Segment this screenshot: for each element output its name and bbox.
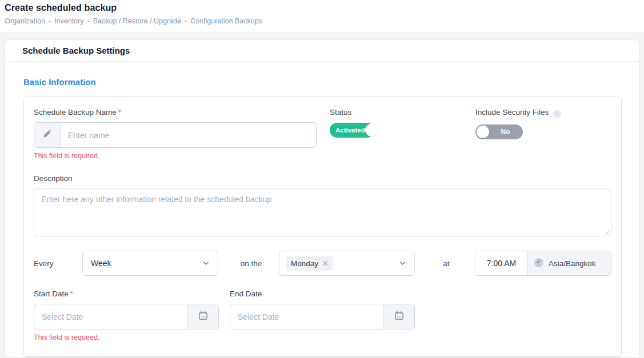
day-chip-value: Monday (291, 259, 318, 268)
description-textarea-wrap (34, 188, 611, 239)
card-body: Basic Information Schedule Backup Name* (5, 77, 639, 357)
card-header: Schedule Backup Settings (5, 40, 639, 62)
breadcrumb-separator: - (49, 17, 51, 25)
schedule-backup-name-field-group: Schedule Backup Name* (34, 108, 317, 160)
schedule-backup-name-input-group (34, 122, 317, 148)
schedule-backup-name-input[interactable] (61, 123, 316, 147)
toggle-knob (477, 126, 489, 138)
at-label: at (442, 259, 451, 268)
description-textarea[interactable] (34, 188, 611, 236)
schedule-row: Every Week on the Monday ✕ (34, 251, 611, 276)
security-toggle-label: No (489, 128, 522, 136)
breadcrumb-item-backup-restore-upgrade[interactable]: Backup / Restore / Upgrade (93, 17, 181, 25)
include-security-files-field-group: Include Security Files! No (475, 108, 611, 160)
name-input-addon (34, 123, 61, 147)
start-date-error-message: This field is required. (34, 333, 219, 341)
end-date-input-group (230, 304, 415, 329)
section-title-basic-information: Basic Information (23, 77, 622, 87)
include-security-files-label: Include Security Files! (475, 108, 611, 118)
include-security-files-toggle[interactable]: No (475, 124, 523, 139)
name-error-message: This field is required. (34, 152, 317, 160)
end-date-calendar-button[interactable] (383, 304, 414, 329)
description-field-group: Description (34, 175, 611, 239)
end-date-input[interactable] (230, 304, 383, 329)
frequency-value: Week (91, 259, 111, 268)
breadcrumb: Organization - Inventory - Backup / Rest… (5, 17, 639, 25)
page-header: Create scheduled backup Organization - I… (0, 0, 644, 32)
start-date-label: Start Date* (34, 290, 219, 298)
timezone-label: Asia/Bangkok (549, 259, 596, 268)
schedule-backup-name-label: Schedule Backup Name* (34, 108, 317, 116)
clock-icon (534, 258, 544, 269)
frequency-select[interactable]: Week (82, 251, 218, 276)
info-icon[interactable]: ! (553, 110, 561, 118)
breadcrumb-item-inventory[interactable]: Inventory (54, 17, 83, 25)
required-asterisk: * (70, 289, 73, 298)
every-label: Every (34, 259, 57, 268)
start-date-input[interactable] (34, 304, 187, 329)
end-date-label: End Date (230, 290, 415, 298)
time-input-group: Asia/Bangkok (475, 251, 611, 276)
pencil-icon (42, 129, 52, 141)
status-toggle-label: Activated (335, 127, 365, 134)
page-title: Create scheduled backup (5, 3, 639, 13)
status-label: Status (330, 108, 475, 116)
breadcrumb-item-organization[interactable]: Organization (5, 17, 45, 25)
chevron-down-icon (202, 260, 210, 267)
required-asterisk: * (118, 108, 121, 116)
end-date-field-group: End Date (230, 290, 415, 341)
breadcrumb-item-configuration-backups[interactable]: Configuration Backups (190, 17, 262, 25)
on-the-label: on the (238, 259, 264, 268)
row-name-status-security: Schedule Backup Name* (34, 108, 611, 160)
dates-row: Start Date* (34, 290, 611, 341)
toggle-knob (365, 124, 378, 136)
day-chip: Monday ✕ (286, 256, 333, 271)
basic-information-box: Schedule Backup Name* (23, 96, 622, 357)
chevron-down-icon (399, 260, 406, 267)
close-icon[interactable]: ✕ (322, 260, 329, 267)
start-date-calendar-button[interactable] (187, 304, 218, 329)
time-input[interactable] (475, 251, 528, 275)
start-date-input-group (34, 304, 219, 329)
schedule-backup-settings-card: Schedule Backup Settings Basic Informati… (5, 39, 639, 357)
calendar-icon (198, 310, 209, 323)
breadcrumb-separator: - (185, 17, 187, 25)
calendar-icon (394, 310, 405, 323)
status-field-group: Status Activated (330, 108, 475, 160)
description-label: Description (34, 175, 611, 183)
breadcrumb-separator: - (87, 17, 89, 25)
resize-handle[interactable] (605, 231, 610, 236)
timezone-addon: Asia/Bangkok (528, 251, 611, 275)
day-select[interactable]: Monday ✕ (279, 251, 415, 276)
start-date-field-group: Start Date* (34, 290, 219, 341)
status-toggle[interactable]: Activated (330, 123, 374, 138)
